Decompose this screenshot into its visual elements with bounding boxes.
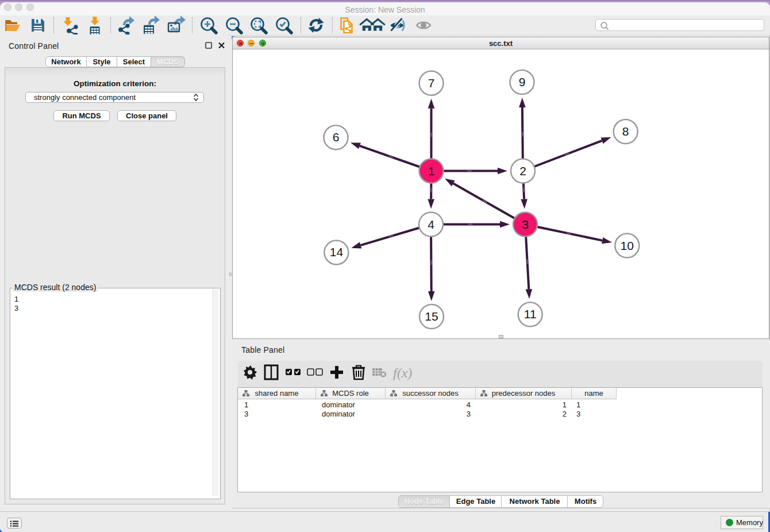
svg-text:11: 11: [524, 307, 537, 321]
svg-text:4: 4: [428, 218, 434, 231]
svg-text:f(x): f(x): [393, 365, 412, 380]
svg-text:3: 3: [522, 218, 529, 231]
svg-text:15: 15: [425, 310, 438, 323]
svg-text:1: 1: [428, 164, 435, 178]
svg-text:8: 8: [622, 125, 629, 138]
svg-text:6: 6: [333, 130, 340, 144]
svg-text:2: 2: [519, 164, 526, 178]
svg-text:14: 14: [330, 245, 344, 259]
svg-text:7: 7: [428, 76, 435, 90]
svg-text:9: 9: [519, 75, 526, 88]
svg-text:10: 10: [621, 239, 634, 252]
